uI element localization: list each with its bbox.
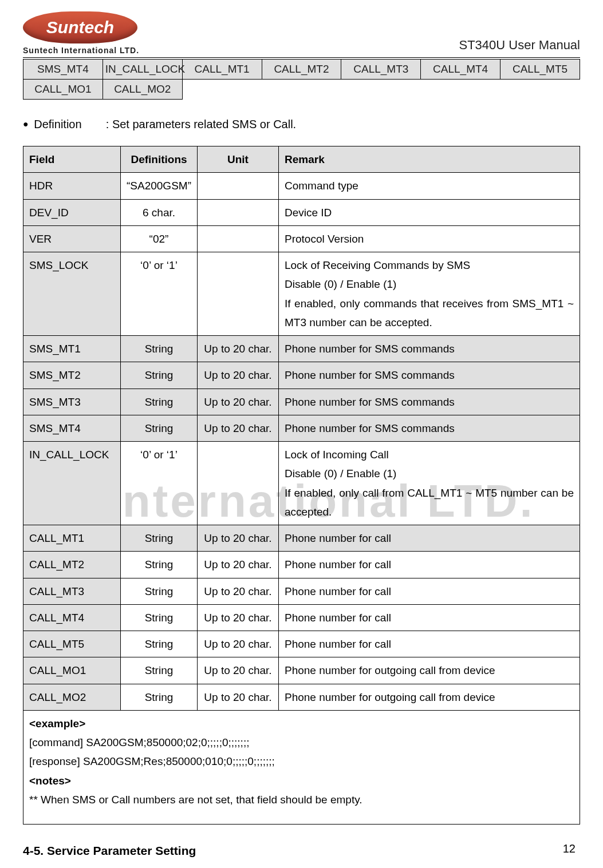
cell-def: String [121, 552, 198, 578]
table-row: SMS_LOCK‘0’ or ‘1’Lock of Receiving Comm… [23, 252, 580, 336]
table-row: HDR“SA200GSM”Command type [23, 173, 580, 199]
cell-unit [197, 199, 278, 225]
cell-def: ‘0’ or ‘1’ [121, 252, 198, 336]
cell-field: SMS_MT2 [23, 362, 121, 389]
cell-unit: Up to 20 char. [197, 604, 278, 631]
cell-remark: Device ID [278, 199, 580, 225]
logo-block: Suntech Suntech International LTD. [23, 11, 139, 55]
cell-def: String [121, 362, 198, 389]
th-field: Field [23, 146, 121, 173]
th-remark: Remark [278, 146, 580, 173]
table-row: CALL_MO1StringUp to 20 char.Phone number… [23, 657, 580, 684]
example-heading: <example> [29, 714, 574, 733]
cell-def: String [121, 389, 198, 415]
cell-field: SMS_LOCK [23, 252, 121, 336]
cell-unit: Up to 20 char. [197, 631, 278, 657]
cell-remark: Phone number for call [278, 552, 580, 578]
cell-unit: Up to 20 char. [197, 362, 278, 389]
cell-unit: Up to 20 char. [197, 657, 278, 684]
cell-unit [197, 225, 278, 252]
cell-field: CALL_MT5 [23, 631, 121, 657]
bullet-icon: ● [23, 119, 29, 129]
table-row: CALL_MO2StringUp to 20 char.Phone number… [23, 684, 580, 710]
blank-cell [182, 80, 580, 100]
example-response: [response] SA200GSM;Res;850000;010;0;;;;… [29, 752, 574, 771]
definition-label: Definition [34, 118, 103, 131]
cell-unit: Up to 20 char. [197, 336, 278, 362]
section-heading: 4-5. Service Parameter Setting [23, 844, 580, 858]
cell-unit: Up to 20 char. [197, 578, 278, 604]
table-row: CALL_MT3StringUp to 20 char.Phone number… [23, 578, 580, 604]
cell-remark: Lock of Incoming CallDisable (0) / Enabl… [278, 442, 580, 525]
table-row: SMS_MT4StringUp to 20 char.Phone number … [23, 415, 580, 441]
cell-def: String [121, 336, 198, 362]
tag-row-2: CALL_MO1 CALL_MO2 [23, 80, 580, 100]
tag-cell: CALL_MT5 [500, 60, 580, 80]
cell-def: ‘0’ or ‘1’ [121, 442, 198, 525]
cell-remark: Phone number for call [278, 525, 580, 552]
cell-def: String [121, 631, 198, 657]
page-header: Suntech Suntech International LTD. ST340… [23, 11, 580, 58]
cell-remark: Command type [278, 173, 580, 199]
table-header-row: Field Definitions Unit Remark [23, 146, 580, 173]
cell-field: DEV_ID [23, 199, 121, 225]
cell-unit: Up to 20 char. [197, 389, 278, 415]
notes-heading: <notes> [29, 771, 574, 790]
cell-remark: Phone number for call [278, 604, 580, 631]
example-command: [command] SA200GSM;850000;02;0;;;;;0;;;;… [29, 733, 574, 752]
brand-logo: Suntech [23, 11, 137, 43]
table-row: CALL_MT2StringUp to 20 char.Phone number… [23, 552, 580, 578]
cell-def: String [121, 415, 198, 441]
cell-unit: Up to 20 char. [197, 415, 278, 441]
cell-def: String [121, 578, 198, 604]
cell-field: HDR [23, 173, 121, 199]
cell-unit: Up to 20 char. [197, 525, 278, 552]
table-row: CALL_MT4StringUp to 20 char.Phone number… [23, 604, 580, 631]
cell-field: SMS_MT4 [23, 415, 121, 441]
table-row: SMS_MT3StringUp to 20 char.Phone number … [23, 389, 580, 415]
cell-def: String [121, 525, 198, 552]
cell-def: String [121, 604, 198, 631]
table-row: SMS_MT2StringUp to 20 char.Phone number … [23, 362, 580, 389]
th-def: Definitions [121, 146, 198, 173]
cell-field: CALL_MT1 [23, 525, 121, 552]
cell-field: SMS_MT3 [23, 389, 121, 415]
tag-cell: CALL_MT4 [421, 60, 500, 80]
cell-remark: Lock of Receiving Commands by SMSDisable… [278, 252, 580, 336]
cell-field: CALL_MO2 [23, 684, 121, 710]
cell-remark: Phone number for SMS commands [278, 389, 580, 415]
tag-cell: CALL_MO2 [103, 80, 182, 100]
cell-unit: Up to 20 char. [197, 552, 278, 578]
table-row: IN_CALL_LOCK‘0’ or ‘1’Lock of Incoming C… [23, 442, 580, 525]
cell-def: String [121, 657, 198, 684]
spacer [29, 809, 574, 821]
cell-remark: Phone number for outgoing call from devi… [278, 684, 580, 710]
document-title: ST340U User Manual [459, 38, 580, 55]
definition-text: : Set parameters related SMS or Call. [106, 118, 296, 130]
tag-cell: SMS_MT4 [23, 60, 103, 80]
tag-table: SMS_MT4 IN_CALL_LOCK CALL_MT1 CALL_MT2 C… [23, 59, 580, 100]
cell-unit [197, 442, 278, 525]
cell-remark: Phone number for call [278, 631, 580, 657]
cell-def: String [121, 684, 198, 710]
cell-field: SMS_MT1 [23, 336, 121, 362]
cell-def: “SA200GSM” [121, 173, 198, 199]
cell-field: VER [23, 225, 121, 252]
tag-cell: CALL_MT1 [182, 60, 262, 80]
cell-remark: Phone number for SMS commands [278, 362, 580, 389]
cell-unit: Up to 20 char. [197, 684, 278, 710]
parameter-table: Field Definitions Unit Remark HDR“SA200G… [23, 146, 580, 825]
cell-remark: Protocol Version [278, 225, 580, 252]
table-row: DEV_ID6 char.Device ID [23, 199, 580, 225]
brand-subline: Suntech International LTD. [23, 46, 139, 55]
definition-line: ● Definition : Set parameters related SM… [23, 118, 580, 131]
cell-def: 6 char. [121, 199, 198, 225]
table-row: SMS_MT1StringUp to 20 char.Phone number … [23, 336, 580, 362]
cell-field: CALL_MT4 [23, 604, 121, 631]
cell-field: IN_CALL_LOCK [23, 442, 121, 525]
tag-cell: CALL_MT3 [341, 60, 421, 80]
cell-remark: Phone number for SMS commands [278, 415, 580, 441]
cell-remark: Phone number for outgoing call from devi… [278, 657, 580, 684]
tag-cell: CALL_MO1 [23, 80, 103, 100]
th-unit: Unit [197, 146, 278, 173]
